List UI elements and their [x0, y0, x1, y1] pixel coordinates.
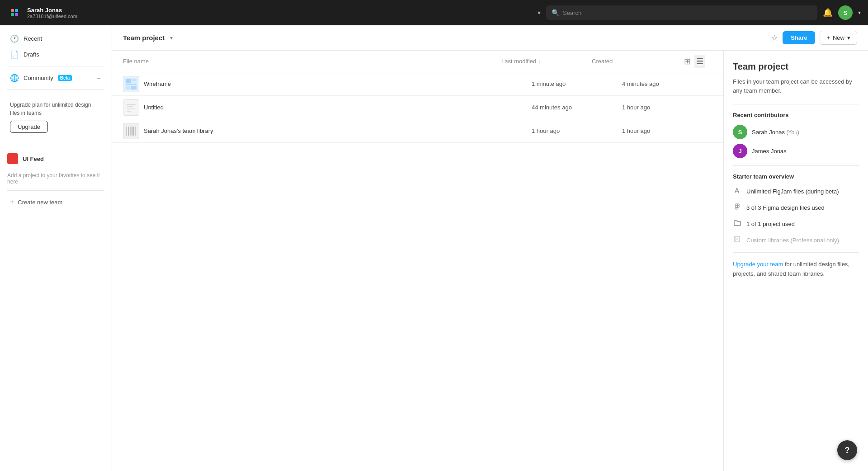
panel-title: Team project	[733, 61, 859, 72]
upgrade-text: Upgrade plan for unlimited design files …	[10, 101, 102, 117]
svg-rect-2	[11, 13, 14, 16]
starter-item-figjam: Unlimited FigJam files (during beta)	[733, 186, 859, 196]
svg-rect-0	[11, 9, 14, 12]
svg-rect-16	[126, 127, 127, 136]
header-actions: ☆ Share + New ▾	[771, 31, 857, 45]
sidebar-divider-1	[7, 66, 104, 66]
sidebar-divider-4	[7, 190, 104, 191]
sidebar-item-community[interactable]: 🌐 Community Beta →	[3, 70, 109, 86]
content-header: Team project ▾ ☆ Share + New ▾	[112, 25, 868, 51]
team-section: UI Feed	[0, 148, 112, 170]
star-button[interactable]: ☆	[771, 33, 778, 43]
svg-rect-14	[127, 111, 131, 112]
svg-rect-17	[128, 127, 129, 136]
avatar[interactable]: S	[838, 5, 853, 20]
upgrade-button[interactable]: Upgrade	[10, 121, 48, 133]
contributor-name-sarah: Sarah Jonas (You)	[752, 129, 799, 136]
file-name: Wireframe	[144, 80, 171, 87]
notification-icon[interactable]: 🔔	[823, 8, 833, 18]
avatar-chevron[interactable]: ▾	[858, 9, 861, 16]
view-toggle: ⊞ ☰	[682, 55, 705, 68]
app-logo[interactable]	[7, 5, 22, 20]
new-button[interactable]: + New ▾	[820, 31, 857, 45]
sidebar-item-drafts[interactable]: 📄 Drafts	[3, 47, 109, 62]
starter-item-libraries: Custom libraries (Professional only)	[733, 235, 859, 245]
file-name-cell: Sarah Jonas's team library	[123, 123, 532, 139]
user-info: Sarah Jonas 2a73181f@uifeed.com	[27, 7, 530, 19]
upgrade-team-link[interactable]: Upgrade your team	[733, 261, 783, 268]
created-value: 1 hour ago	[622, 127, 712, 134]
project-chevron-icon[interactable]: ▾	[170, 35, 173, 41]
help-button[interactable]: ?	[837, 440, 857, 460]
file-name-cell: Wireframe	[123, 76, 532, 92]
favorites-hint: Add a project to your favorites to see i…	[0, 170, 112, 187]
share-button[interactable]: Share	[783, 31, 815, 44]
starter-figjam-text: Unlimited FigJam files (during beta)	[746, 188, 839, 195]
topbar: Sarah Jonas 2a73181f@uifeed.com ▾ 🔍 🔔 S …	[0, 0, 868, 25]
table-row[interactable]: Untitled 44 minutes ago 1 hour ago	[112, 96, 723, 119]
svg-rect-19	[132, 127, 134, 136]
table-row[interactable]: Sarah Jonas's team library 1 hour ago 1 …	[112, 119, 723, 143]
starter-item-projects: 1 of 1 project used	[733, 219, 859, 229]
contributor-avatar-sarah: S	[733, 125, 747, 139]
starter-projects-text: 1 of 1 project used	[746, 221, 795, 227]
beta-badge: Beta	[58, 75, 72, 81]
starter-item-figma: 3 of 3 Figma design files used	[733, 203, 859, 212]
user-email: 2a73181f@uifeed.com	[27, 14, 530, 19]
svg-rect-12	[127, 106, 133, 107]
file-thumbnail	[123, 99, 139, 116]
project-title: Team project	[123, 34, 165, 42]
recent-icon: 🕐	[10, 34, 19, 43]
svg-rect-7	[126, 84, 137, 85]
user-name: Sarah Jonas	[27, 7, 530, 14]
content-area: Team project ▾ ☆ Share + New ▾ File name	[112, 25, 868, 471]
user-menu-chevron[interactable]: ▾	[538, 9, 541, 16]
create-team-button[interactable]: + Create new team	[3, 194, 109, 210]
panel-divider-1	[733, 104, 859, 104]
table-row[interactable]: Wireframe 1 minute ago 4 minutes ago	[112, 72, 723, 96]
list-view-button[interactable]: ☰	[694, 55, 705, 68]
sidebar-item-recent[interactable]: 🕐 Recent	[3, 31, 109, 47]
file-list: File name Last modified ↓ Created ⊞ ☰	[112, 51, 723, 471]
col-created: Created	[592, 58, 682, 65]
panel-description: Files in your team project can be access…	[733, 77, 859, 95]
file-area: File name Last modified ↓ Created ⊞ ☰	[112, 51, 868, 471]
contributor-avatar-james: J	[733, 144, 747, 158]
team-icon	[7, 153, 18, 164]
file-name: Sarah Jonas's team library	[144, 127, 213, 134]
search-input[interactable]	[563, 9, 812, 16]
contributor-item: S Sarah Jonas (You)	[733, 125, 859, 139]
team-item-uifeed[interactable]: UI Feed	[3, 150, 109, 168]
file-name-cell: Untitled	[123, 99, 532, 116]
starter-title: Starter team overview	[733, 173, 859, 180]
file-name: Untitled	[144, 104, 164, 111]
right-panel: Team project Files in your team project …	[723, 51, 868, 471]
svg-rect-11	[127, 104, 136, 105]
svg-rect-6	[132, 79, 137, 81]
new-label: New	[833, 34, 844, 41]
community-arrow-icon: →	[95, 75, 102, 82]
contributor-you-tag: (You)	[787, 129, 799, 136]
main-layout: 🕐 Recent 📄 Drafts 🌐 Community Beta → Upg…	[0, 25, 868, 471]
plus-icon: +	[10, 198, 14, 206]
drafts-label: Drafts	[24, 51, 39, 58]
col-last-modified: Last modified ↓	[501, 58, 592, 65]
team-name: UI Feed	[23, 155, 44, 162]
search-bar[interactable]: 🔍	[546, 5, 817, 20]
svg-rect-13	[127, 108, 135, 109]
contributor-item: J James Jonas	[733, 144, 859, 158]
create-team-label: Create new team	[18, 199, 62, 206]
starter-list: Unlimited FigJam files (during beta) 3 o…	[733, 186, 859, 245]
book-icon	[733, 235, 742, 245]
table-header: File name Last modified ↓ Created ⊞ ☰	[112, 51, 723, 72]
panel-divider-2	[733, 165, 859, 166]
svg-rect-20	[135, 127, 136, 136]
new-chevron-icon: ▾	[847, 34, 850, 41]
grid-view-button[interactable]: ⊞	[682, 55, 693, 68]
svg-rect-5	[126, 79, 131, 83]
svg-rect-10	[125, 101, 137, 114]
col-file-name: File name	[123, 58, 501, 65]
contributors-list: S Sarah Jonas (You) J James Jonas	[733, 125, 859, 158]
figjam-icon	[733, 186, 742, 196]
file-thumbnail	[123, 123, 139, 139]
